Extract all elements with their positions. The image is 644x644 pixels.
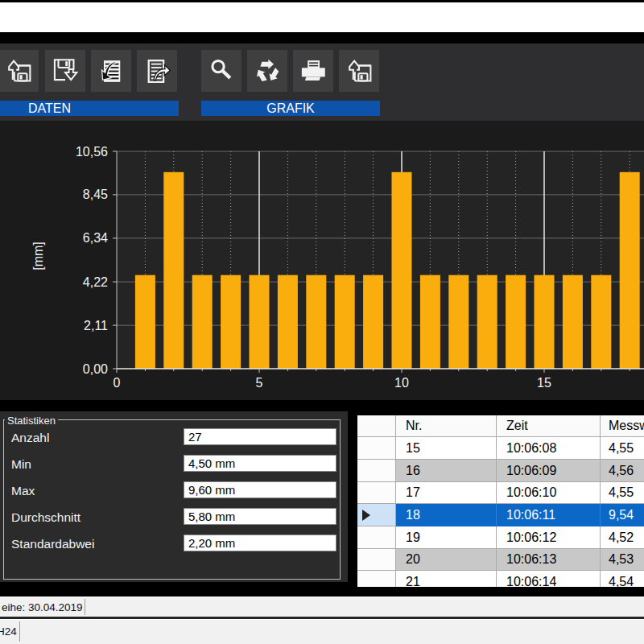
svg-text:4,22: 4,22 [83, 275, 108, 289]
svg-text:10: 10 [394, 376, 409, 390]
svg-text:8,45: 8,45 [83, 188, 108, 201]
svg-text:5: 5 [256, 376, 263, 390]
svg-text:[mm]: [mm] [31, 242, 45, 270]
svg-text:10,56: 10,56 [76, 145, 108, 159]
svg-text:15: 15 [537, 376, 551, 390]
svg-text:0,00: 0,00 [83, 362, 108, 376]
svg-text:6,34: 6,34 [83, 231, 108, 245]
svg-text:2,11: 2,11 [84, 319, 108, 332]
svg-text:0: 0 [114, 376, 121, 390]
